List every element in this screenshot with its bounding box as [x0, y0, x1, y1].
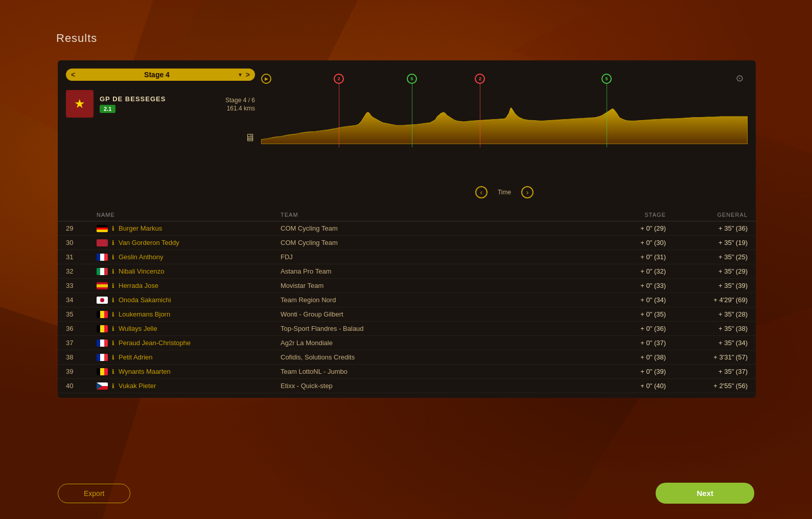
stage-label: Stage 4 [79, 71, 235, 79]
table-row: 30 ℹ Van Gorderon Teddy COM Cycling Team… [58, 236, 756, 250]
page-title: Results [56, 32, 97, 45]
row-name-cell: ℹ Peraud Jean-Christophe [97, 339, 281, 347]
row-name-cell: ℹ Geslin Anthony [97, 253, 281, 261]
rider-name[interactable]: Burger Markus [119, 224, 162, 232]
rider-name[interactable]: Wynants Maarten [119, 368, 171, 375]
chart-time-label: Time [498, 189, 511, 196]
team-name: Team Region Nord [281, 296, 584, 304]
rider-name[interactable]: Peraud Jean-Christophe [119, 339, 191, 347]
general-time: + 35" (29) [666, 267, 748, 275]
table-body: 29 ℹ Burger Markus COM Cycling Team + 0"… [58, 221, 756, 398]
table-row: 37 ℹ Peraud Jean-Christophe Ag2r La Mond… [58, 336, 756, 350]
rider-info-icon[interactable]: ℹ [112, 368, 114, 375]
table-row: 34 ℹ Onoda Sakamichi Team Region Nord + … [58, 293, 756, 307]
team-name: Astana Pro Team [281, 267, 584, 275]
rider-flag [97, 225, 108, 232]
rider-info-icon[interactable]: ℹ [112, 325, 114, 332]
row-position: 39 [66, 368, 97, 375]
stage-time: + 0" (33) [584, 282, 666, 289]
team-name: Top-Sport Flandres - Balaud [281, 325, 584, 332]
general-time: + 2'55" (56) [666, 382, 748, 390]
row-name-cell: ℹ Vukak Pieter [97, 382, 281, 390]
rider-info-icon[interactable]: ℹ [112, 254, 114, 261]
rider-info-icon[interactable]: ℹ [112, 311, 114, 318]
table-row: 40 ℹ Vukak Pieter Etixx - Quick-step + 0… [58, 379, 756, 393]
team-name: Team LottoNL - Jumbo [281, 368, 584, 375]
row-position: 32 [66, 267, 97, 275]
team-name: Ag2r La Mondiale [281, 339, 584, 347]
stage-time: + 0" (40) [584, 382, 666, 390]
export-button[interactable]: Export [58, 484, 130, 503]
row-position: 34 [66, 296, 97, 304]
row-name-cell: ℹ Herrada Jose [97, 282, 281, 289]
rider-info-icon[interactable]: ℹ [112, 382, 114, 390]
rider-name[interactable]: Van Gorderon Teddy [119, 239, 179, 246]
rider-name[interactable]: Petit Adrien [119, 353, 153, 361]
row-position: 33 [66, 282, 97, 289]
rider-flag [97, 311, 108, 318]
next-button[interactable]: Next [656, 483, 754, 504]
rider-flag [97, 254, 108, 261]
mountain-marker-2 [480, 76, 480, 147]
rider-name[interactable]: Vukak Pieter [119, 382, 156, 390]
rider-info-icon[interactable]: ℹ [112, 297, 114, 304]
rider-info-icon[interactable]: ℹ [112, 340, 114, 347]
chart-next-button[interactable]: › [521, 186, 533, 198]
header-team: TEAM [281, 212, 584, 218]
rider-info-icon[interactable]: ℹ [112, 282, 114, 289]
general-time: + 35" (37) [666, 368, 748, 375]
rider-name[interactable]: Geslin Anthony [119, 253, 163, 261]
rider-info-icon[interactable]: ℹ [112, 239, 114, 246]
stage-time: + 0" (37) [584, 339, 666, 347]
team-name: Etixx - Quick-step [281, 382, 584, 390]
table-row: 39 ℹ Wynants Maarten Team LottoNL - Jumb… [58, 365, 756, 379]
rider-flag [97, 340, 108, 347]
rider-flag [97, 368, 108, 375]
row-position: 36 [66, 325, 97, 332]
rider-info-icon[interactable]: ℹ [112, 268, 114, 275]
rider-name[interactable]: Onoda Sakamichi [119, 296, 171, 304]
rider-name[interactable]: Loukemans Bjorn [119, 310, 170, 318]
table-row: 31 ℹ Geslin Anthony FDJ + 0" (31) + 35" … [58, 250, 756, 264]
race-details: GP DE BESSEGES 2.1 [100, 95, 219, 113]
general-time: + 35" (25) [666, 253, 748, 261]
stage-selector[interactable]: < Stage 4 ▾ > [66, 69, 255, 81]
rider-info-icon[interactable]: ℹ [112, 354, 114, 361]
table-row: 33 ℹ Herrada Jose Movistar Team + 0" (33… [58, 279, 756, 293]
row-name-cell: ℹ Wynants Maarten [97, 368, 281, 375]
team-name: Wonti - Group Gilbert [281, 310, 584, 318]
row-position: 40 [66, 382, 97, 390]
rider-name[interactable]: Herrada Jose [119, 282, 158, 289]
stage-time: + 0" (36) [584, 325, 666, 332]
stage-time: + 0" (35) [584, 310, 666, 318]
stage-prev-button[interactable]: < [71, 71, 75, 79]
general-time: + 35" (34) [666, 339, 748, 347]
header-name: NAME [97, 212, 281, 218]
stage-distance: 161.4 kms [225, 105, 255, 112]
chart-controls: ‹ Time › [261, 186, 748, 198]
sprint-marker-2 [607, 76, 607, 147]
race-name: GP DE BESSEGES [100, 95, 219, 103]
table-row: 36 ℹ Wullays Jelle Top-Sport Flandres - … [58, 322, 756, 336]
chart-prev-button[interactable]: ‹ [475, 186, 488, 198]
race-logo [66, 90, 94, 118]
row-position: 37 [66, 339, 97, 347]
stage-dropdown-arrow[interactable]: ▾ [239, 71, 242, 78]
left-panel: < Stage 4 ▾ > GP DE BESSEGES 2.1 Stage 4… [66, 69, 255, 200]
general-time: + 35" (28) [666, 310, 748, 318]
sprint-marker-1 [412, 76, 412, 147]
rider-flag [97, 325, 108, 332]
rider-name[interactable]: Wullays Jelle [119, 325, 157, 332]
team-name: COM Cycling Team [281, 224, 584, 232]
stage-time: + 0" (38) [584, 353, 666, 361]
row-name-cell: ℹ Wullays Jelle [97, 325, 281, 332]
rider-info-icon[interactable]: ℹ [112, 225, 114, 232]
row-name-cell: ℹ Van Gorderon Teddy [97, 239, 281, 246]
rider-flag [97, 282, 108, 289]
rider-name[interactable]: Nibali Vincenzo [119, 267, 164, 275]
general-time: + 3'31" (57) [666, 353, 748, 361]
row-name-cell: ℹ Loukemans Bjorn [97, 310, 281, 318]
rider-flag [97, 268, 108, 275]
race-stage-info: Stage 4 / 6 161.4 kms [225, 96, 255, 112]
stage-next-button[interactable]: > [246, 71, 250, 79]
